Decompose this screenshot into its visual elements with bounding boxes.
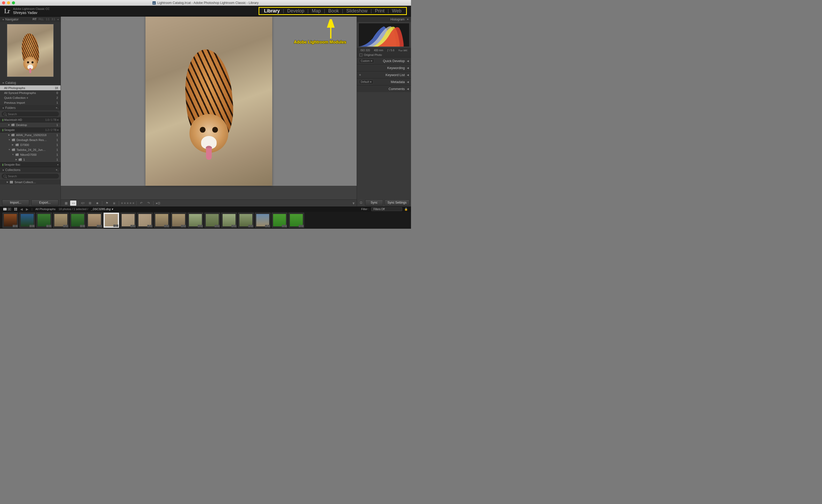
folders-search-input[interactable] [8, 112, 57, 116]
navigator-header[interactable]: ▼ Navigator FITFILL1:13:1 ◂ [0, 17, 61, 22]
zoom-3:1[interactable]: 3:1 [51, 18, 55, 21]
panel-keywording[interactable]: Keywording◀ [357, 64, 411, 71]
grid-view-button[interactable]: ▦ [63, 200, 69, 206]
people-view-button[interactable]: ☻ [94, 200, 100, 206]
sync-button[interactable]: Sync [365, 199, 383, 206]
sync-settings-button[interactable]: Sync Settings [385, 199, 409, 206]
folder-item[interactable]: ▶Desktop1 [0, 122, 61, 127]
panel-quick-develop[interactable]: Custom ≑Quick Develop◀ [357, 57, 411, 64]
filmstrip-thumbnail[interactable] [221, 213, 237, 228]
collection-item[interactable]: ▶Smart Collecti… [0, 179, 61, 184]
panel-preset-select[interactable]: Custom ≑ [359, 59, 374, 63]
loupe-view-button[interactable]: ▭ [70, 200, 76, 206]
zoom-fit[interactable]: FIT [33, 18, 36, 21]
folder-item[interactable]: ▼NikonD70001 [0, 152, 61, 157]
navigator-preview[interactable] [7, 24, 54, 77]
minimize-window-button[interactable] [7, 1, 10, 4]
filter-preset-select[interactable]: Filters Off [371, 207, 402, 211]
module-slideshow[interactable]: Slideshow [343, 8, 371, 14]
panel-preset-select[interactable]: Default ≑ [359, 80, 374, 84]
slideshow-button[interactable]: ▸⊡ [155, 200, 161, 206]
filmstrip-thumbnail[interactable] [289, 213, 304, 228]
filmstrip-thumbnail[interactable] [238, 213, 254, 228]
catalog-header[interactable]: ▼ Catalog [0, 80, 61, 85]
filmstrip-source-label[interactable]: All Photographs [35, 207, 56, 210]
filmstrip-thumbnail[interactable] [171, 213, 186, 228]
panel-comments[interactable]: Comments◀ [357, 85, 411, 92]
zoom-1:1[interactable]: 1:1 [46, 18, 49, 21]
right-panel: Histogram ▼ ISO 320 400 mm ƒ / 5.6 ¹⁄₆₄₀… [357, 17, 411, 206]
filter-lock-icon[interactable]: 🔒 [404, 207, 408, 211]
module-print[interactable]: Print [372, 8, 388, 14]
catalog-item[interactable]: Previous Import1 [0, 100, 61, 105]
filmstrip-thumbnail[interactable] [3, 213, 18, 228]
filmstrip[interactable] [0, 211, 411, 229]
rotate-ccw-button[interactable]: ↶ [138, 200, 144, 206]
panel-metadata[interactable]: Default ≑Metadata◀ [357, 78, 411, 85]
module-map[interactable]: Map [309, 8, 324, 14]
import-button[interactable]: Import... [2, 199, 29, 206]
filmstrip-thumbnail[interactable] [19, 213, 35, 228]
filmstrip-thumbnail[interactable] [103, 213, 119, 228]
rating-stars[interactable]: ★★★★★ [121, 201, 135, 205]
grid-shortcut-icon[interactable] [14, 208, 17, 210]
filmstrip-thumbnail[interactable] [154, 213, 169, 228]
module-library[interactable]: Library [261, 8, 283, 14]
filmstrip-thumbnail[interactable] [255, 213, 271, 228]
catalog-item[interactable]: All Photographs18 [0, 85, 61, 90]
folders-search[interactable] [2, 111, 59, 116]
filmstrip-thumbnail[interactable] [204, 213, 220, 228]
identity-plate: Lr Adobe Lightroom Classic CC Shreyas Ya… [0, 6, 411, 17]
compare-view-button[interactable]: X|Y [80, 200, 86, 206]
collections-search[interactable] [2, 173, 59, 178]
maximize-window-button[interactable] [12, 1, 15, 4]
main-photo[interactable] [145, 17, 272, 186]
add-keyword-button[interactable]: + [359, 73, 361, 77]
folder-item[interactable]: ▼Devbagh Beach Res…1 [0, 137, 61, 142]
filmstrip-thumbnail[interactable] [187, 213, 203, 228]
module-web[interactable]: Web [389, 8, 405, 14]
catalog-item[interactable]: All Synced Photographs0 [0, 90, 61, 95]
sync-toggle-button[interactable]: ⊡ [359, 200, 364, 205]
export-button[interactable]: Export... [31, 199, 58, 206]
folder-item[interactable]: ▶ARAI_Pune_150920181 [0, 132, 61, 137]
close-window-button[interactable] [2, 1, 5, 4]
drive-header[interactable]: ▮Seagate Bac ▾ [0, 162, 61, 167]
zoom-fill[interactable]: FILL [39, 18, 44, 21]
filmstrip-thumbnail[interactable] [53, 213, 69, 228]
checkbox-icon [360, 54, 362, 56]
filmstrip-thumbnail[interactable] [272, 213, 287, 228]
filmstrip-filename[interactable]: _DSC3285.dng ▾ [91, 207, 113, 211]
drive-header[interactable]: ▮Macintosh HD1.0 / 1 TB ▾ [0, 117, 61, 122]
survey-view-button[interactable]: ⊞ [87, 200, 93, 206]
folder-item[interactable]: ▶11 [0, 157, 61, 162]
folder-item[interactable]: ▼Tadoba_24_26_Jun…1 [0, 147, 61, 152]
filmstrip-thumbnail[interactable] [36, 213, 52, 228]
drive-header[interactable]: ▮Seagate1.2 / 2 TB ▾ [0, 127, 61, 132]
original-photo-toggle[interactable]: Original Photo [357, 52, 411, 57]
toolbar-options-button[interactable]: ▾ [353, 201, 355, 206]
nav-back-button[interactable]: ◀ [20, 207, 23, 211]
rotate-cw-button[interactable]: ↷ [145, 200, 152, 206]
module-develop[interactable]: Develop [284, 8, 308, 14]
filmstrip-thumbnail[interactable] [87, 213, 102, 228]
secondary-monitor-controls[interactable]: 12 [3, 208, 11, 210]
collections-search-input[interactable] [8, 175, 57, 178]
flag-reject-button[interactable]: ⊠ [111, 200, 117, 206]
navigator-zoom-options[interactable]: FITFILL1:13:1 ◂ [33, 18, 58, 21]
module-book[interactable]: Book [325, 8, 342, 14]
filmstrip-thumbnail[interactable] [70, 213, 85, 228]
panel-keyword-list[interactable]: +Keyword List◀ [357, 71, 411, 78]
catalog-list: All Photographs18All Synced Photographs0… [0, 85, 61, 105]
histogram-display[interactable] [359, 23, 409, 47]
histogram-header[interactable]: Histogram ▼ [357, 17, 411, 22]
catalog-item[interactable]: Quick Collection +2 [0, 95, 61, 100]
collections-header[interactable]: ▼ Collections+. [0, 167, 61, 172]
folders-header[interactable]: ▼ Folders+. [0, 105, 61, 110]
nav-forward-button[interactable]: ▶ [26, 207, 28, 211]
flag-pick-button[interactable]: ⚑ [104, 200, 110, 206]
filmstrip-thumbnail[interactable] [120, 213, 136, 228]
folder-item[interactable]: ▶·D70001 [0, 142, 61, 147]
filmstrip-thumbnail[interactable] [137, 213, 153, 228]
folder-icon [11, 124, 14, 126]
